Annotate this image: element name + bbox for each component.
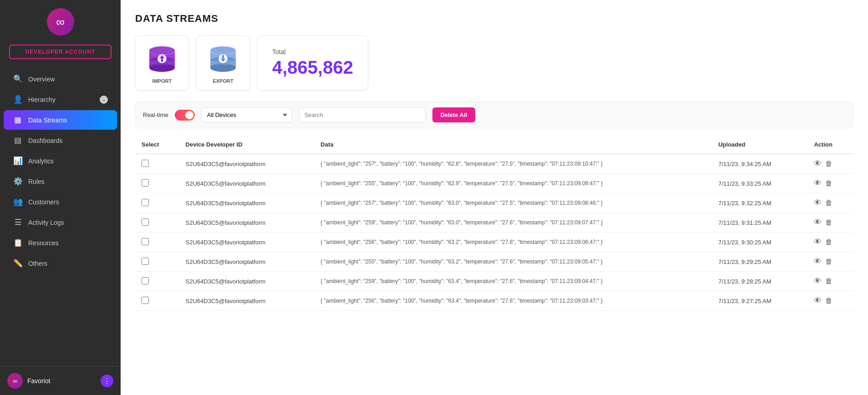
delete-icon-7[interactable]: 🗑 — [825, 297, 832, 305]
footer-more-button[interactable]: ⋮ — [101, 375, 113, 387]
sidebar-item-customers[interactable]: 👥 Customers — [4, 192, 117, 212]
nav-label-rules: Rules — [28, 178, 108, 185]
cell-uploaded-3: 7/11/23, 9:31:25 AM — [712, 213, 807, 233]
delete-icon-4[interactable]: 🗑 — [825, 238, 832, 246]
sidebar-logo-area: ∞ — [0, 0, 121, 41]
table-row: S2U64D3C5@favoriotplatform { "ambient_li… — [135, 174, 853, 193]
cell-action-7: 👁 🗑 — [807, 291, 853, 311]
table-body: S2U64D3C5@favoriotplatform { "ambient_li… — [135, 154, 853, 311]
nav-icon-others: ✏️ — [13, 258, 23, 268]
realtime-label: Real-time — [143, 111, 168, 118]
sidebar-item-data-streams[interactable]: ▦ Data Streams — [4, 110, 117, 130]
total-label: Total — [272, 48, 353, 56]
dev-account-button[interactable]: DEVELOPER ACCOUNT — [9, 45, 112, 59]
cell-data-7: { "ambient_light": "256", "battery": "10… — [314, 291, 712, 311]
row-checkbox-6[interactable] — [142, 277, 149, 284]
cell-data-5: { "ambient_light": "255", "battery": "10… — [314, 252, 712, 272]
view-icon-4[interactable]: 👁 — [814, 238, 822, 247]
cell-data-2: { "ambient_light": "257", "battery": "10… — [314, 193, 712, 213]
cell-data-0: { "ambient_light": "257", "battery": "10… — [314, 154, 712, 174]
view-icon-6[interactable]: 👁 — [814, 277, 822, 286]
main-content: DATA STREAMS IMPOR — [121, 0, 868, 395]
sidebar-item-others[interactable]: ✏️ Others — [4, 253, 117, 273]
row-checkbox-7[interactable] — [142, 297, 149, 304]
sidebar-item-overview[interactable]: 🔍 Overview — [4, 69, 117, 89]
cell-checkbox-6 — [135, 272, 179, 291]
row-checkbox-1[interactable] — [142, 179, 149, 187]
sidebar-item-analytics[interactable]: 📊 Analytics — [4, 151, 117, 171]
cell-device-id-2: S2U64D3C5@favoriotplatform — [179, 193, 315, 213]
sidebar-item-hierarchy[interactable]: 👤 Hierarchy ⌄ — [4, 90, 117, 109]
table-row: S2U64D3C5@favoriotplatform { "ambient_li… — [135, 233, 853, 252]
nav-label-resources: Resources — [28, 239, 108, 247]
col-device-id: Device Developer ID — [179, 136, 315, 154]
cell-action-5: 👁 🗑 — [807, 252, 853, 272]
cell-device-id-1: S2U64D3C5@favoriotplatform — [179, 174, 315, 193]
nav-icon-customers: 👥 — [13, 197, 23, 207]
footer-brand-name: Favoriot — [27, 377, 96, 385]
search-input[interactable] — [299, 107, 426, 122]
sidebar-item-dashboards[interactable]: ▤ Dashboards — [4, 131, 117, 150]
realtime-toggle[interactable] — [175, 110, 195, 121]
data-table-container: Select Device Developer ID Data Uploaded… — [135, 136, 853, 311]
delete-all-button[interactable]: Delete All — [432, 107, 476, 122]
view-icon-5[interactable]: 👁 — [814, 257, 822, 266]
nav-label-dashboards: Dashboards — [28, 137, 108, 144]
sidebar: ∞ DEVELOPER ACCOUNT 🔍 Overview 👤 Hierarc… — [0, 0, 121, 395]
cell-checkbox-1 — [135, 174, 179, 193]
table-row: S2U64D3C5@favoriotplatform { "ambient_li… — [135, 291, 853, 311]
nav-icon-activity-logs: ☰ — [13, 218, 23, 227]
nav-label-hierarchy: Hierarchy — [28, 96, 94, 103]
cell-device-id-0: S2U64D3C5@favoriotplatform — [179, 154, 315, 174]
col-uploaded: Uploaded — [712, 136, 807, 154]
sidebar-item-rules[interactable]: ⚙️ Rules — [4, 172, 117, 191]
cell-device-id-5: S2U64D3C5@favoriotplatform — [179, 252, 315, 272]
row-checkbox-5[interactable] — [142, 258, 149, 265]
row-checkbox-0[interactable] — [142, 160, 149, 167]
nav-icon-overview: 🔍 — [13, 74, 23, 84]
col-select: Select — [135, 136, 179, 154]
import-card[interactable]: IMPORT — [135, 35, 189, 91]
import-label: IMPORT — [152, 78, 172, 84]
footer-logo: ∞ — [7, 373, 23, 389]
nav-label-customers: Customers — [28, 198, 108, 206]
delete-icon-2[interactable]: 🗑 — [825, 199, 832, 207]
delete-icon-5[interactable]: 🗑 — [825, 258, 832, 266]
nav-label-data-streams: Data Streams — [28, 116, 108, 124]
sidebar-item-resources[interactable]: 📋 Resources — [4, 233, 117, 253]
view-icon-2[interactable]: 👁 — [814, 198, 822, 208]
view-icon-7[interactable]: 👁 — [814, 296, 822, 305]
view-icon-1[interactable]: 👁 — [814, 179, 822, 188]
device-select[interactable]: All Devices — [201, 107, 292, 122]
cell-device-id-6: S2U64D3C5@favoriotplatform — [179, 272, 315, 291]
cell-checkbox-0 — [135, 154, 179, 174]
export-label: EXPORT — [213, 78, 233, 84]
export-db-icon — [205, 42, 241, 76]
row-checkbox-2[interactable] — [142, 199, 149, 206]
export-card[interactable]: EXPORT — [196, 35, 250, 91]
sidebar-item-activity-logs[interactable]: ☰ Activity Logs — [4, 213, 117, 232]
table-row: S2U64D3C5@favoriotplatform { "ambient_li… — [135, 213, 853, 233]
cell-uploaded-5: 7/11/23, 9:29:25 AM — [712, 252, 807, 272]
nav-label-others: Others — [28, 260, 108, 267]
nav-icon-dashboards: ▤ — [13, 136, 23, 145]
row-checkbox-3[interactable] — [142, 218, 149, 226]
cell-checkbox-3 — [135, 213, 179, 233]
delete-icon-1[interactable]: 🗑 — [825, 179, 832, 187]
nav-label-overview: Overview — [28, 76, 108, 83]
col-action: Action — [807, 136, 853, 154]
row-checkbox-4[interactable] — [142, 238, 149, 245]
sidebar-nav: 🔍 Overview 👤 Hierarchy ⌄ ▦ Data Streams … — [0, 66, 121, 366]
view-icon-0[interactable]: 👁 — [814, 159, 822, 168]
table-row: S2U64D3C5@favoriotplatform { "ambient_li… — [135, 154, 853, 174]
table-header: Select Device Developer ID Data Uploaded… — [135, 136, 853, 154]
toggle-knob — [185, 111, 193, 119]
svg-point-13 — [210, 64, 236, 72]
nav-badge-hierarchy: ⌄ — [100, 96, 108, 104]
delete-icon-0[interactable]: 🗑 — [825, 160, 832, 168]
delete-icon-6[interactable]: 🗑 — [825, 277, 832, 285]
view-icon-3[interactable]: 👁 — [814, 218, 822, 227]
cell-checkbox-2 — [135, 193, 179, 213]
delete-icon-3[interactable]: 🗑 — [825, 218, 832, 227]
cell-action-0: 👁 🗑 — [807, 154, 853, 174]
